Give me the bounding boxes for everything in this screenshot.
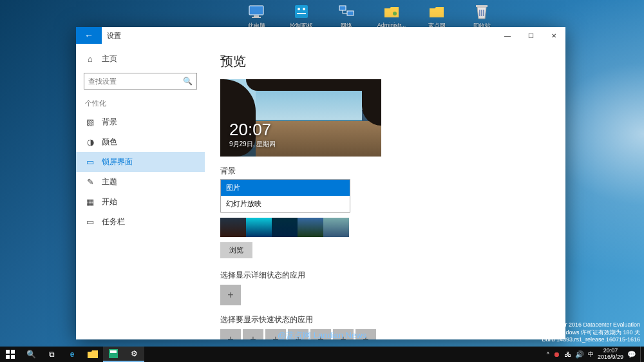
svg-rect-10 bbox=[476, 5, 488, 7]
network-tray-icon[interactable]: 🖧 bbox=[564, 350, 571, 358]
taskbar-icon: ▭ bbox=[85, 217, 95, 227]
lockscreen-preview: 20:07 9月29日, 星期四 bbox=[220, 79, 381, 157]
clock[interactable]: 20:07 2016/9/29 bbox=[598, 348, 623, 361]
sidebar-item-lockscreen[interactable]: ▭锁屏界面 bbox=[76, 152, 205, 172]
desktop-icon-control-panel[interactable]: 控制面板 bbox=[283, 3, 319, 30]
add-detail-app-button[interactable]: + bbox=[220, 285, 241, 305]
add-quick-app-button-2[interactable]: + bbox=[243, 329, 263, 339]
taskbar: 🔍 ⧉ e ⚙ ^ ⏺ 🖧 🔊 中 20:07 2016/9/29 💬 bbox=[0, 347, 644, 362]
svg-rect-13 bbox=[6, 355, 10, 359]
svg-rect-2 bbox=[252, 17, 261, 18]
lockscreen-icon: ▭ bbox=[85, 157, 95, 167]
thumbnail-5[interactable] bbox=[323, 218, 349, 237]
svg-rect-14 bbox=[11, 355, 15, 359]
start-button[interactable] bbox=[0, 347, 21, 362]
shield-icon[interactable]: ⏺ bbox=[553, 350, 560, 358]
svg-point-9 bbox=[393, 12, 397, 15]
sidebar-item-themes[interactable]: ✎主题 bbox=[76, 172, 205, 192]
thumbnail-4[interactable] bbox=[298, 218, 323, 237]
preview-date: 9月29日, 星期四 bbox=[229, 140, 276, 149]
add-quick-app-button-1[interactable]: + bbox=[220, 329, 241, 339]
theme-icon: ✎ bbox=[85, 177, 95, 187]
sidebar-item-start[interactable]: ▦开始 bbox=[76, 192, 205, 212]
show-desktop-button[interactable] bbox=[640, 347, 644, 362]
close-button[interactable]: ✕ bbox=[542, 27, 565, 44]
folder-icon bbox=[428, 3, 446, 21]
pc-icon bbox=[247, 3, 265, 21]
svg-rect-1 bbox=[254, 15, 259, 17]
sidebar-item-background[interactable]: ▧背景 bbox=[76, 112, 205, 132]
search-box[interactable]: 🔍 bbox=[84, 73, 197, 90]
desktop-icon-network[interactable]: 网络 bbox=[328, 3, 365, 30]
explorer-button[interactable] bbox=[82, 347, 103, 362]
control-panel-icon bbox=[292, 3, 310, 21]
window-title: 设置 bbox=[102, 27, 496, 44]
thumbnail-3[interactable] bbox=[272, 218, 298, 237]
browse-button[interactable]: 浏览 bbox=[220, 242, 252, 258]
preview-time: 20:07 bbox=[229, 120, 276, 140]
desktop-icons: 此电脑 控制面板 网络 Administr... 蓝点网 回收站 bbox=[238, 3, 500, 30]
search-button[interactable]: 🔍 bbox=[21, 347, 41, 362]
sidebar-home-label: 主页 bbox=[102, 53, 117, 64]
desktop-icon-admin[interactable]: Administr... bbox=[374, 3, 410, 30]
svg-point-5 bbox=[303, 8, 305, 10]
page-heading: 预览 bbox=[220, 53, 550, 70]
ie-button[interactable]: e bbox=[62, 347, 82, 362]
svg-point-4 bbox=[298, 8, 300, 10]
dropdown-option-picture[interactable]: 图片 bbox=[221, 180, 350, 196]
thumbnail-1[interactable] bbox=[220, 218, 246, 237]
server-manager-button[interactable] bbox=[103, 347, 124, 362]
home-icon: ⌂ bbox=[85, 54, 95, 64]
watermark-center: @蓝点网 Landian.News bbox=[278, 330, 366, 341]
sidebar-item-taskbar[interactable]: ▭任务栏 bbox=[76, 212, 205, 232]
svg-rect-0 bbox=[249, 6, 263, 15]
svg-rect-8 bbox=[347, 11, 354, 15]
picture-icon: ▧ bbox=[85, 117, 95, 127]
watermark-right: Windows Server 2016 Datacenter Evaluatio… bbox=[525, 321, 640, 344]
background-label: 背景 bbox=[220, 166, 550, 176]
quick-app-slots: + + + + + + + bbox=[220, 329, 550, 339]
detail-apps-label: 选择显示详细状态的应用 bbox=[220, 270, 550, 281]
system-tray: ^ ⏺ 🖧 🔊 中 20:07 2016/9/29 💬 bbox=[543, 347, 640, 362]
notification-icon[interactable]: 💬 bbox=[627, 350, 636, 359]
back-button[interactable]: ← bbox=[76, 27, 102, 44]
sidebar-item-colors[interactable]: ◑颜色 bbox=[76, 132, 205, 152]
maximize-button[interactable]: ☐ bbox=[519, 27, 542, 44]
sidebar: ⌂ 主页 🔍 个性化 ▧背景 ◑颜色 ▭锁屏界面 ✎主题 ▦开始 ▭任务栏 bbox=[76, 44, 205, 339]
start-icon: ▦ bbox=[85, 197, 95, 207]
tray-overflow-button[interactable]: ^ bbox=[547, 351, 549, 357]
volume-icon[interactable]: 🔊 bbox=[575, 350, 584, 359]
recycle-bin-icon bbox=[473, 3, 491, 21]
settings-window: ← 设置 — ☐ ✕ ⌂ 主页 🔍 个性化 ▧背景 ◑颜色 ▭锁屏界面 ✎主题 … bbox=[76, 27, 565, 339]
picture-thumbnails bbox=[220, 218, 550, 237]
network-icon bbox=[337, 3, 355, 21]
task-view-button[interactable]: ⧉ bbox=[41, 347, 62, 362]
thumbnail-2[interactable] bbox=[246, 218, 272, 237]
search-icon: 🔍 bbox=[183, 77, 193, 86]
background-dropdown[interactable]: 图片 幻灯片放映 bbox=[220, 179, 350, 213]
svg-rect-16 bbox=[110, 350, 117, 353]
search-input[interactable] bbox=[88, 77, 183, 85]
desktop-icon-pc[interactable]: 此电脑 bbox=[238, 3, 274, 30]
svg-rect-3 bbox=[295, 5, 308, 18]
desktop-icon-recycle[interactable]: 回收站 bbox=[464, 3, 500, 30]
titlebar[interactable]: ← 设置 — ☐ ✕ bbox=[76, 27, 565, 44]
dropdown-option-slideshow[interactable]: 幻灯片放映 bbox=[221, 196, 350, 212]
quick-apps-label: 选择要显示快速状态的应用 bbox=[220, 314, 550, 325]
content-area: 预览 20:07 9月29日, 星期四 背景 图片 幻灯片放映 bbox=[205, 44, 565, 339]
settings-taskbar-button[interactable]: ⚙ bbox=[124, 347, 144, 362]
minimize-button[interactable]: — bbox=[496, 27, 519, 44]
desktop-icon-landian[interactable]: 蓝点网 bbox=[419, 3, 455, 30]
sidebar-section-header: 个性化 bbox=[76, 96, 205, 112]
palette-icon: ◑ bbox=[85, 137, 95, 147]
svg-rect-6 bbox=[297, 13, 306, 14]
sidebar-home[interactable]: ⌂ 主页 bbox=[76, 49, 205, 69]
ime-indicator[interactable]: 中 bbox=[588, 350, 594, 359]
svg-rect-11 bbox=[6, 350, 10, 354]
svg-rect-7 bbox=[339, 6, 346, 10]
folder-admin-icon bbox=[383, 3, 401, 21]
svg-rect-12 bbox=[11, 350, 15, 354]
